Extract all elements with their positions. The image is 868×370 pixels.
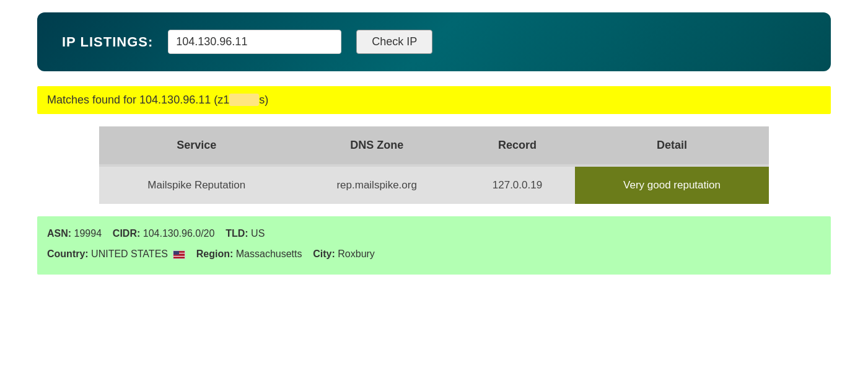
asn-value: 19994 [74, 228, 102, 239]
page-wrapper: IP LISTINGS: Check IP Matches found for … [0, 0, 868, 287]
col-record: Record [460, 126, 575, 165]
country-label: Country: [47, 249, 89, 259]
matches-banner: Matches found for 104.130.96.11 (z1 s) [37, 86, 831, 114]
city-value: Roxbury [338, 249, 375, 259]
tld-label: TLD: [226, 228, 248, 239]
col-service: Service [99, 126, 294, 165]
info-bar: ASN: 19994 CIDR: 104.130.96.0/20 TLD: US… [37, 216, 831, 275]
ip-input[interactable] [168, 30, 341, 54]
header-bar: IP LISTINGS: Check IP [37, 12, 831, 71]
us-flag-icon [173, 250, 185, 259]
region-value: Massachusetts [236, 249, 302, 259]
table-body: Mailspike Reputation rep.mailspike.org 1… [99, 165, 769, 204]
info-line-1: ASN: 19994 CIDR: 104.130.96.0/20 TLD: US [47, 225, 821, 243]
region-label: Region: [196, 249, 234, 259]
col-detail: Detail [575, 126, 769, 165]
results-table-wrapper: Service DNS Zone Record Detail Mailspike… [99, 126, 769, 204]
col-dns-zone: DNS Zone [294, 126, 459, 165]
cidr-value: 104.130.96.0/20 [143, 228, 215, 239]
matches-text-redacted [229, 94, 259, 106]
info-line-2: Country: UNITED STATES Region: Massachus… [47, 245, 821, 263]
matches-text-suffix: s) [259, 94, 268, 106]
country-value: UNITED STATES [91, 249, 168, 259]
cell-detail: Very good reputation [575, 165, 769, 204]
check-ip-button[interactable]: Check IP [356, 30, 432, 54]
cell-dns-zone: rep.mailspike.org [294, 165, 459, 204]
cell-service: Mailspike Reputation [99, 165, 294, 204]
tld-value: US [251, 228, 265, 239]
results-table: Service DNS Zone Record Detail Mailspike… [99, 126, 769, 204]
asn-label: ASN: [47, 228, 71, 239]
table-row: Mailspike Reputation rep.mailspike.org 1… [99, 165, 769, 204]
ip-listings-label: IP LISTINGS: [62, 34, 153, 50]
cidr-label: CIDR: [113, 228, 140, 239]
matches-text-prefix: Matches found for 104.130.96.11 (z1 [47, 94, 229, 106]
city-label: City: [313, 249, 335, 259]
cell-record: 127.0.0.19 [460, 165, 575, 204]
table-header: Service DNS Zone Record Detail [99, 126, 769, 165]
